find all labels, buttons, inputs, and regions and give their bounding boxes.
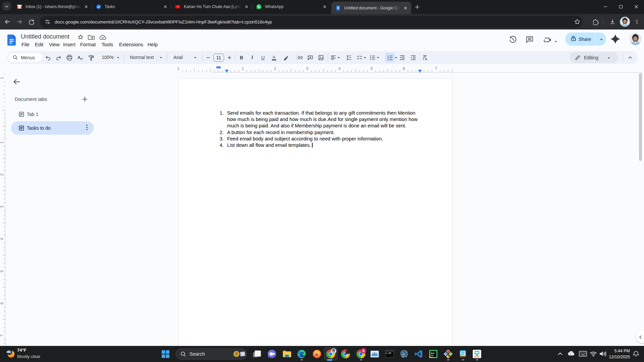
svg-text:4: 4: [0, 238, 4, 240]
svg-text:3: 3: [306, 66, 309, 71]
svg-text:PC: PC: [431, 352, 435, 355]
svg-text:1: 1: [242, 66, 244, 71]
svg-text:5: 5: [0, 270, 4, 272]
svg-text:A: A: [77, 55, 81, 60]
svg-text:4: 4: [338, 66, 341, 71]
svg-text:A: A: [273, 55, 276, 60]
svg-text:6: 6: [0, 302, 4, 304]
svg-text:2: 2: [274, 66, 276, 71]
svg-text:7: 7: [0, 334, 4, 337]
svg-text:7: 7: [435, 66, 437, 71]
svg-text:6: 6: [403, 66, 405, 71]
svg-text:5: 5: [371, 66, 373, 71]
svg-text:1: 1: [0, 141, 4, 143]
svg-text:3: 3: [0, 205, 4, 208]
svg-text:TaskPro: TaskPro: [474, 356, 480, 358]
svg-text:1: 1: [177, 66, 180, 71]
svg-text:2: 2: [0, 173, 4, 176]
svg-text:1: 1: [0, 77, 4, 79]
svg-text:3: 3: [387, 58, 389, 61]
